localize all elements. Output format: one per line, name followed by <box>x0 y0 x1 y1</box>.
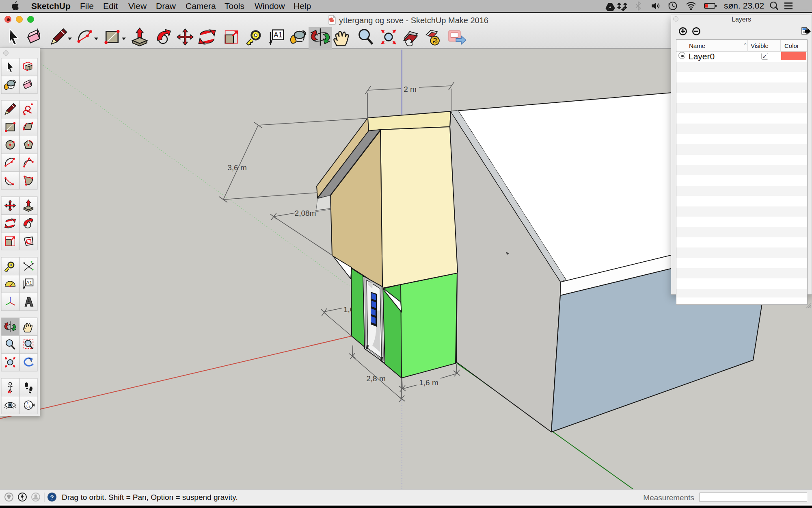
svg-text:A-B: A-B <box>26 405 31 408</box>
svg-text:C: C <box>27 401 29 405</box>
svg-text:1,6 m: 1,6 m <box>419 378 438 387</box>
svg-text:?: ? <box>50 494 54 501</box>
svg-text:2,8 m: 2,8 m <box>366 374 386 383</box>
svg-text:A1: A1 <box>26 280 32 286</box>
svg-text:3,6 m: 3,6 m <box>227 163 247 172</box>
svg-text:søn. 23.02: søn. 23.02 <box>724 1 764 10</box>
svg-text:A1: A1 <box>274 31 282 39</box>
svg-text:2,08m: 2,08m <box>295 209 316 217</box>
svg-text:2 m: 2 m <box>404 85 417 93</box>
